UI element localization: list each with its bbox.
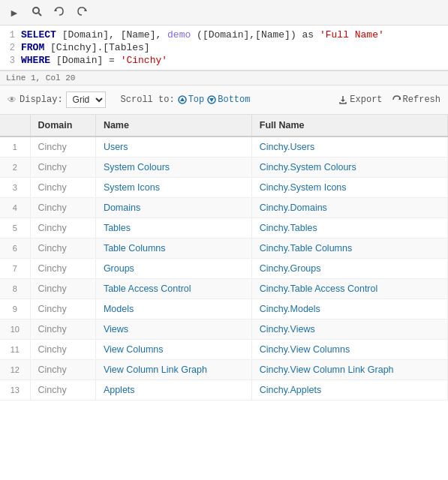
bottom-circle-icon [207,95,216,104]
cell-name[interactable]: Domains [95,198,251,218]
data-table-wrapper: Domain Name Full Name 1CinchyUsersCinchy… [0,115,448,400]
display-mode-select[interactable]: Grid [66,92,106,108]
code-line-3: WHERE [Domain] = 'Cinchy' [21,55,167,66]
cell-name[interactable]: Table Columns [95,238,251,259]
svg-point-0 [33,8,39,14]
code-plain-3: [Cinchy].[Tables] [50,42,150,53]
cell-num: 10 [0,320,30,340]
redo-button[interactable] [74,4,90,20]
code-line-2: FROM [Cinchy].[Tables] [21,42,150,53]
cell-domain: Cinchy [30,238,95,259]
scroll-top-link[interactable]: Top [178,94,205,105]
cell-name[interactable]: View Columns [95,340,251,360]
cell-fullname[interactable]: Cinchy.Table Access Control [251,279,447,299]
cell-domain: Cinchy [30,279,95,299]
cell-domain: Cinchy [30,340,95,360]
cell-num: 4 [0,198,30,218]
keyword-where: WHERE [21,55,50,66]
cell-num: 8 [0,279,30,299]
table-row: 7CinchyGroupsCinchy.Groups [0,259,448,279]
editor-line-1: 1 SELECT [Domain], [Name], demo ([Domain… [0,28,448,41]
cell-num: 5 [0,218,30,238]
table-row: 6CinchyTable ColumnsCinchy.Table Columns [0,238,448,259]
editor-toolbar: ► [0,0,448,26]
table-row: 9CinchyModelsCinchy.Models [0,299,448,320]
cell-name[interactable]: Tables [95,218,251,238]
cell-fullname[interactable]: Cinchy.System Icons [251,178,447,198]
cell-fullname[interactable]: Cinchy.System Colours [251,158,447,178]
editor-line-3: 3 WHERE [Domain] = 'Cinchy' [0,54,448,67]
cell-num: 3 [0,178,30,198]
cell-num: 1 [0,136,30,158]
cell-name[interactable]: View Column Link Graph [95,360,251,380]
table-row: 4CinchyDomainsCinchy.Domains [0,198,448,218]
cell-name[interactable]: Users [95,136,251,158]
function-demo: demo [167,29,191,40]
cell-fullname[interactable]: Cinchy.Domains [251,198,447,218]
cell-name[interactable]: System Colours [95,158,251,178]
cell-name[interactable]: Views [95,320,251,340]
code-line-1: SELECT [Domain], [Name], demo ([Domain],… [21,29,384,40]
refresh-icon [392,95,401,104]
code-editor[interactable]: 1 SELECT [Domain], [Name], demo ([Domain… [0,26,448,70]
undo-button[interactable] [51,4,68,20]
results-table: Domain Name Full Name 1CinchyUsersCinchy… [0,115,448,400]
cell-fullname[interactable]: Cinchy.Users [251,136,447,158]
code-plain-2: ([Domain],[Name]) as [197,29,320,40]
cell-num: 11 [0,340,30,360]
top-label: Top [188,94,205,105]
line-number-2: 2 [0,43,21,53]
cell-domain: Cinchy [30,380,95,400]
bottom-label: Bottom [218,94,250,105]
svg-line-1 [38,14,41,16]
string-fullname: 'Full Name' [320,29,384,40]
search-button[interactable] [29,4,45,20]
cell-domain: Cinchy [30,198,95,218]
cell-fullname[interactable]: Cinchy.Groups [251,259,447,279]
scroll-label: Scroll to: [121,94,175,105]
cell-domain: Cinchy [30,360,95,380]
col-header-fullname: Full Name [251,115,447,136]
cell-num: 12 [0,360,30,380]
svg-marker-5 [180,98,185,101]
cell-domain: Cinchy [30,259,95,279]
cell-name[interactable]: Applets [95,380,251,400]
line-number-3: 3 [0,56,21,66]
col-header-domain: Domain [30,115,95,136]
cell-fullname[interactable]: Cinchy.Table Columns [251,238,447,259]
cell-num: 2 [0,158,30,178]
cell-domain: Cinchy [30,320,95,340]
cell-name[interactable]: Groups [95,259,251,279]
play-button[interactable]: ► [6,5,23,20]
cell-name[interactable]: Table Access Control [95,279,251,299]
cell-fullname[interactable]: Cinchy.View Column Link Graph [251,360,447,380]
status-bar: Line 1, Col 20 [0,70,448,86]
cell-fullname[interactable]: Cinchy.View Columns [251,340,447,360]
col-header-name: Name [95,115,251,136]
cell-num: 7 [0,259,30,279]
code-plain-4: [Domain] = [56,55,121,66]
export-label: Export [350,94,382,105]
cell-name[interactable]: Models [95,299,251,320]
cell-num: 9 [0,299,30,320]
cell-domain: Cinchy [30,218,95,238]
svg-marker-7 [209,98,214,102]
display-label: Display: [20,94,63,105]
refresh-label: Refresh [403,94,440,105]
table-row: 1CinchyUsersCinchy.Users [0,136,448,158]
cell-num: 6 [0,238,30,259]
cell-fullname[interactable]: Cinchy.Views [251,320,447,340]
table-row: 12CinchyView Column Link GraphCinchy.Vie… [0,360,448,380]
table-row: 2CinchySystem ColoursCinchy.System Colou… [0,158,448,178]
export-link[interactable]: Export [338,94,382,105]
cell-fullname[interactable]: Cinchy.Applets [251,380,447,400]
keyword-from: FROM [21,42,44,53]
scroll-bottom-link[interactable]: Bottom [207,94,250,105]
cursor-position: Line 1, Col 20 [6,74,75,82]
cell-fullname[interactable]: Cinchy.Models [251,299,447,320]
refresh-link[interactable]: Refresh [392,94,440,105]
cell-fullname[interactable]: Cinchy.Tables [251,218,447,238]
cell-name[interactable]: System Icons [95,178,251,198]
table-row: 3CinchySystem IconsCinchy.System Icons [0,178,448,198]
table-row: 5CinchyTablesCinchy.Tables [0,218,448,238]
